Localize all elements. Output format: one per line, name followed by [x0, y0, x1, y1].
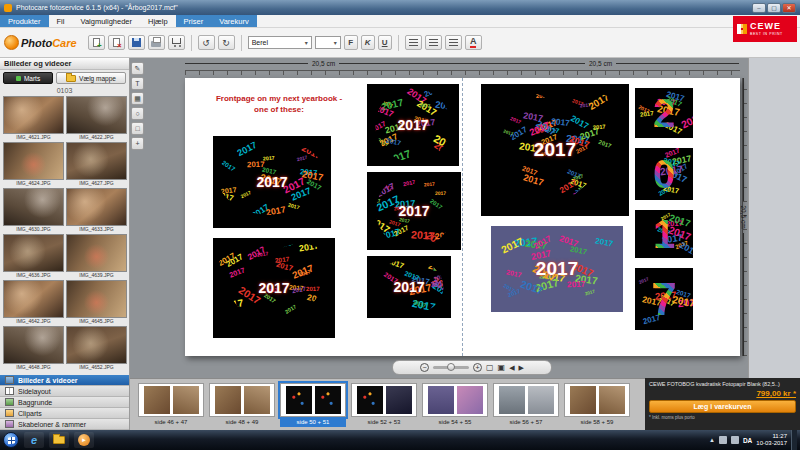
align-left-icon[interactable] [405, 35, 422, 50]
photo-thumbnail[interactable]: IMG_4639.JPG [66, 234, 127, 279]
toolbar-separator [398, 35, 399, 51]
media-player-icon[interactable]: ▸ [74, 432, 94, 448]
photo-thumbnail[interactable]: IMG_4624.JPG [3, 142, 64, 187]
explorer-folder-icon[interactable] [49, 432, 69, 448]
yearbook-note-text[interactable]: Frontpage on my next yearbook - one of t… [201, 94, 357, 116]
wordcloud-speech-bubble[interactable]: 2017201720172017201720172017201720172017… [213, 136, 331, 228]
wordcloud-oval[interactable]: 2017201720172017201720172017201720172017… [367, 84, 459, 166]
photo-thumbnail[interactable]: IMG_4622.JPG [66, 96, 127, 141]
menu-varekurv[interactable]: Varekurv [211, 15, 256, 27]
print-icon[interactable] [148, 35, 165, 50]
canvas-right-margin [748, 58, 800, 378]
fit-page-icon[interactable]: ▢ [486, 363, 494, 372]
font-select[interactable]: Berel ▾ [248, 36, 312, 49]
font-size-select[interactable]: ▾ [315, 36, 341, 49]
photo-thumbnail[interactable]: IMG_4630.JPG [3, 188, 64, 233]
filmstrip-page[interactable]: side 46 + 47 [138, 383, 204, 430]
add-to-cart-button[interactable]: Læg i varekurven [649, 400, 796, 413]
shape-tool-icon[interactable]: ○ [131, 107, 144, 120]
photo-thumbnail[interactable]: IMG_4627.JPG [66, 142, 127, 187]
photo-thumbnail[interactable]: IMG_4648.JPG [3, 326, 64, 371]
nav-item-sidelayout[interactable]: Sidelayout [0, 386, 129, 397]
wordcloud-heart-large[interactable]: 2017201720172017201720172017201720172017… [481, 84, 629, 216]
text-color-button[interactable]: A [465, 35, 482, 50]
filmstrip-page[interactable]: side 52 + 53 [351, 383, 417, 430]
photo-thumbnail[interactable]: IMG_4645.JPG [66, 280, 127, 325]
bold-button[interactable]: F [344, 35, 358, 50]
close-button[interactable]: ✕ [782, 3, 796, 13]
nav-item-cliparts[interactable]: Cliparts [0, 408, 129, 419]
wordcloud-circle[interactable]: 2017201720172017201720172017201720172017… [367, 172, 461, 250]
italic-button[interactable]: K [361, 35, 375, 50]
zoom-tool-icon[interactable]: + [131, 137, 144, 150]
text-tool-icon[interactable]: T [131, 77, 144, 90]
filmstrip-page-selected[interactable]: side 50 + 51 [280, 383, 346, 430]
clock[interactable]: 11:27 10-03-2017 [756, 433, 787, 447]
product-price[interactable]: 799,00 kr * [649, 389, 796, 398]
delete-page-icon[interactable] [108, 35, 125, 50]
photo-filename: IMG_4627.JPG [66, 180, 127, 187]
background-icon [5, 398, 14, 406]
toolbar-separator [241, 35, 242, 51]
zoom-out-icon[interactable]: − [420, 363, 429, 372]
month-filter-label: Marts [24, 75, 40, 82]
image-tool-icon[interactable]: ▦ [131, 92, 144, 105]
tray-expand-icon[interactable]: ▲ [709, 437, 715, 443]
wordcloud-digit-0[interactable]: 201720172017201720172017201720170 [635, 148, 693, 200]
show-desktop-button[interactable] [791, 430, 797, 450]
internet-explorer-icon[interactable]: e [24, 432, 44, 448]
wordcloud-digit-2[interactable]: 201720172017201720172017201720172 [635, 88, 693, 138]
previous-page-icon[interactable]: ◀ [509, 364, 514, 372]
cewe-tagline: BEST IN PRINT [750, 33, 783, 37]
undo-icon[interactable]: ↺ [198, 35, 215, 50]
filmstrip-page[interactable]: side 48 + 49 [209, 383, 275, 430]
filmstrip-page[interactable]: side 56 + 57 [493, 383, 559, 430]
wordcloud-heart-small[interactable]: 2017201720172017201720172017201720172017… [213, 238, 335, 338]
pointer-tool-icon[interactable]: ✎ [131, 62, 144, 75]
wordcloud-small[interactable]: 2017201720172017201720172017201720172017… [367, 256, 451, 318]
menu-produkter[interactable]: Produkter [0, 15, 49, 27]
filmstrip-page[interactable]: side 54 + 55 [422, 383, 488, 430]
align-center-icon[interactable] [425, 35, 442, 50]
zoom-slider-knob[interactable] [447, 363, 455, 371]
photo-thumbnail[interactable]: IMG_4621.JPG [3, 96, 64, 141]
minimize-button[interactable]: – [752, 3, 766, 13]
photo-image [3, 142, 64, 180]
photo-thumbnail[interactable]: IMG_4642.JPG [3, 280, 64, 325]
cart-icon[interactable] [168, 35, 185, 50]
nav-item-billeder-videoer[interactable]: Billeder & videoer [0, 375, 129, 386]
tray-status-icon[interactable] [719, 436, 727, 444]
menu-fil[interactable]: Fil [49, 15, 73, 27]
menu-valgmuligheder[interactable]: Valgmuligheder [72, 15, 140, 27]
wordcloud-purple-box[interactable]: 2017201720172017201720172017201720172017… [491, 226, 623, 312]
frame-tool-icon[interactable]: □ [131, 122, 144, 135]
photo-thumbnail[interactable]: IMG_4636.JPG [3, 234, 64, 279]
align-right-icon[interactable] [445, 35, 462, 50]
filmstrip-page[interactable]: side 58 + 59 [564, 383, 630, 430]
filmstrip-page-label: side 50 + 51 [280, 417, 346, 427]
menu-priser[interactable]: Priser [176, 15, 212, 27]
tray-volume-icon[interactable] [731, 436, 739, 444]
month-filter-button[interactable]: Marts [3, 72, 53, 84]
language-indicator[interactable]: DA [743, 437, 752, 444]
menu-hjaelp[interactable]: Hjælp [140, 15, 176, 27]
nav-item-skabeloner[interactable]: Skabeloner & rammer [0, 419, 129, 430]
zoom-slider[interactable] [433, 366, 469, 369]
nav-item-baggrunde[interactable]: Baggrunde [0, 397, 129, 408]
photo-thumbnail[interactable]: IMG_4633.JPG [66, 188, 127, 233]
photo-thumbnail[interactable]: IMG_4652.JPG [66, 326, 127, 371]
fit-width-icon[interactable]: ▣ [498, 363, 506, 372]
wordcloud-digit-1[interactable]: 201720172017201720172017201720171 [635, 210, 693, 258]
choose-folder-button[interactable]: Vælg mappe [56, 72, 126, 84]
add-page-icon[interactable] [88, 35, 105, 50]
underline-button[interactable]: U [378, 35, 392, 50]
redo-icon[interactable]: ↻ [218, 35, 235, 50]
next-page-icon[interactable]: ▶ [519, 364, 524, 372]
maximize-button[interactable]: ▢ [767, 3, 781, 13]
zoom-in-icon[interactable]: + [473, 363, 482, 372]
digit-glyph: 7 [651, 276, 677, 322]
month-icon [16, 76, 21, 81]
wordcloud-digit-7[interactable]: 201720172017201720172017201720177 [635, 268, 693, 330]
save-icon[interactable] [128, 35, 145, 50]
start-button[interactable] [3, 432, 19, 448]
